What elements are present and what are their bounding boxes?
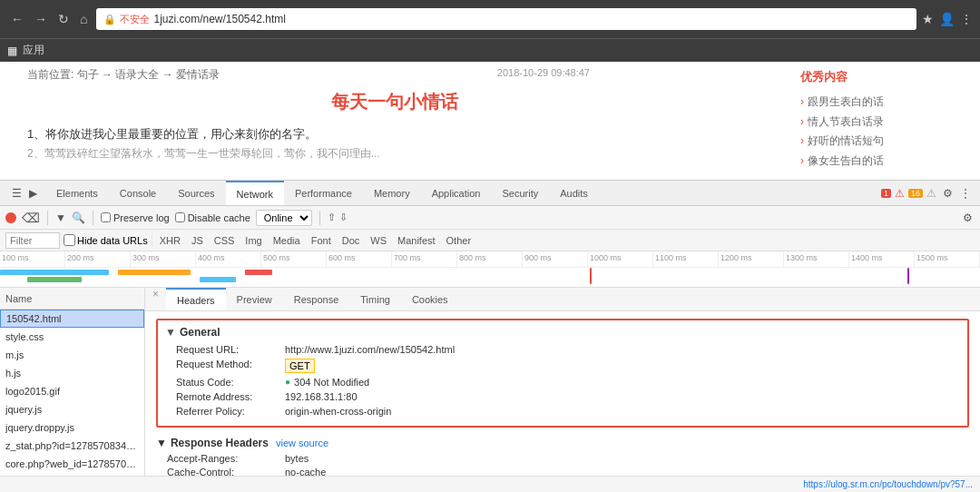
hide-data-urls-checkbox[interactable] — [64, 234, 75, 246]
remote-address-row: Remote Address: 192.168.31.1:80 — [165, 391, 960, 402]
file-item-0[interactable]: 150542.html — [0, 310, 144, 328]
sidebar-link-3[interactable]: 像女生告白的话 — [800, 152, 969, 172]
file-item-5[interactable]: jquery.js — [0, 400, 144, 418]
network-toolbar: ⌫ ▼ 🔍 Preserve log Disable cache Online … — [0, 206, 980, 230]
account-button[interactable]: 👤 — [939, 12, 955, 26]
file-item-1[interactable]: style.css — [0, 328, 144, 346]
hide-data-urls-label[interactable]: Hide data URLs — [64, 234, 148, 246]
devtools-tab-bar: ☰ ▶ Elements Console Sources Network Per… — [0, 181, 980, 206]
filter-manifest[interactable]: Manifest — [394, 234, 439, 247]
more-icon[interactable]: ⋮ — [958, 186, 973, 201]
file-item-2[interactable]: m.js — [0, 346, 144, 364]
request-url-value: http://www.1juzi.com/new/150542.html — [285, 344, 455, 355]
detail-tab-response[interactable]: Response — [283, 288, 350, 310]
timestamp: 2018-10-29 09:48:47 — [497, 67, 590, 78]
timeline: 100 ms 200 ms 300 ms 400 ms 500 ms 600 m… — [0, 251, 980, 288]
home-button[interactable]: ⌂ — [76, 10, 91, 28]
timeline-bar-1 — [0, 270, 109, 275]
referrer-policy-label: Referrer Policy: — [176, 406, 285, 417]
tab-memory[interactable]: Memory — [363, 181, 421, 205]
tab-elements[interactable]: Elements — [45, 181, 109, 205]
timeline-bar-3 — [118, 270, 191, 275]
file-item-3[interactable]: h.js — [0, 364, 144, 382]
detail-tab-headers[interactable]: Headers — [166, 288, 226, 310]
separator-3 — [319, 211, 320, 225]
mark-200: 200 ms — [65, 251, 131, 267]
filter-sep — [152, 234, 152, 247]
timeline-bar-4 — [200, 277, 236, 282]
filter-input[interactable] — [5, 232, 60, 249]
nav-buttons: ← → ↻ ⌂ — [7, 10, 91, 28]
response-headers-section: ▼ Response Headers view source Accept-Ra… — [156, 437, 969, 476]
back-button[interactable]: ← — [7, 10, 27, 28]
menu-button[interactable]: ⋮ — [960, 12, 973, 26]
sidebar-link-0[interactable]: 跟男生表白的话 — [800, 93, 969, 113]
detail-panel: × Headers Preview Response Timing Cookie… — [145, 288, 980, 476]
mark-300: 300 ms — [131, 251, 196, 267]
preserve-log-checkbox[interactable] — [101, 212, 111, 222]
forward-button[interactable]: → — [31, 10, 51, 28]
network-settings-icon[interactable]: ⚙ — [960, 211, 975, 225]
warning-icon: ⚠ — [926, 187, 936, 200]
response-headers-label: ▼ Response Headers view source — [156, 437, 969, 449]
tab-console[interactable]: Console — [109, 181, 167, 205]
resp-row-1: Cache-Control: no-cache — [156, 467, 969, 476]
bookmarks-bar: ▦ 应用 — [0, 38, 980, 62]
detail-tab-preview[interactable]: Preview — [226, 288, 283, 310]
disable-cache-checkbox[interactable] — [175, 212, 185, 222]
sidebar-link-1[interactable]: 情人节表白话录 — [800, 113, 969, 133]
sidebar-link-2[interactable]: 好听的情话短句 — [800, 132, 969, 152]
view-source-link[interactable]: view source — [276, 438, 328, 448]
warning-badge: 16 — [908, 189, 923, 198]
grid-icon: ▦ — [7, 44, 17, 57]
file-item-4[interactable]: logo2015.gif — [0, 382, 144, 400]
tab-application[interactable]: Application — [421, 181, 492, 205]
devtools-toggle-icon[interactable]: ☰ — [9, 186, 24, 201]
filter-css[interactable]: CSS — [211, 234, 239, 247]
disable-cache-label[interactable]: Disable cache — [175, 212, 250, 223]
tab-sources[interactable]: Sources — [167, 181, 225, 205]
general-box: ▼ General Request URL: http://www.1juzi.… — [156, 319, 969, 428]
timeline-marker-2 — [907, 268, 909, 284]
detail-tab-timing[interactable]: Timing — [349, 288, 401, 310]
bookmark-apps[interactable]: 应用 — [23, 43, 44, 58]
accept-ranges-value: bytes — [285, 453, 309, 464]
tab-audits[interactable]: Audits — [549, 181, 599, 205]
address-bar[interactable]: 🔒 不安全 1juzi.com/new/150542.html — [96, 8, 916, 30]
filter-media[interactable]: Media — [270, 234, 304, 247]
clear-button[interactable]: ⌫ — [22, 211, 40, 225]
filter-doc[interactable]: Doc — [338, 234, 364, 247]
inspect-icon[interactable]: ▶ — [25, 186, 40, 201]
online-dropdown[interactable]: Online — [256, 210, 312, 226]
detail-tab-cookies[interactable]: Cookies — [401, 288, 459, 310]
filter-ws[interactable]: WS — [367, 234, 390, 247]
detail-close-button[interactable]: × — [145, 288, 166, 310]
file-item-7[interactable]: z_stat.php?id=1278570834&... — [0, 437, 144, 455]
settings-icon[interactable]: ⚙ — [940, 186, 955, 201]
content-line2: 2、莺莺跌碎红尘望落秋水，莺莺一生一世荣辱轮回，莺你，我不问理由... — [27, 144, 762, 164]
status-code-value: 304 Not Modified — [294, 377, 369, 388]
filter-js[interactable]: JS — [188, 234, 207, 247]
request-url-label: Request URL: — [176, 344, 285, 355]
tab-network[interactable]: Network — [226, 181, 284, 205]
address-text: 1juzi.com/new/150542.html — [153, 13, 285, 25]
filter-other[interactable]: Other — [443, 234, 475, 247]
file-item-8[interactable]: core.php?web_id=127857083... — [0, 455, 144, 473]
record-button[interactable] — [5, 212, 16, 223]
lock-icon: 🔒 — [103, 14, 116, 25]
timeline-bars — [0, 268, 980, 288]
general-section-header[interactable]: ▼ General — [165, 326, 960, 339]
mark-400: 400 ms — [196, 251, 261, 267]
star-button[interactable]: ★ — [922, 12, 934, 26]
status-bar: https://ulog.sr.m.cn/pc/touchdown/pv?57.… — [0, 476, 980, 492]
tab-security[interactable]: Security — [491, 181, 549, 205]
breadcrumb: 当前位置: 句子 → 语录大全 → 爱情话录 — [27, 67, 762, 83]
filter-img[interactable]: Img — [241, 234, 265, 247]
filter-font[interactable]: Font — [308, 234, 335, 247]
filter-xhr[interactable]: XHR — [156, 234, 184, 247]
reload-button[interactable]: ↻ — [54, 10, 73, 28]
file-item-6[interactable]: jquery.droppy.js — [0, 418, 144, 437]
tab-performance[interactable]: Performance — [284, 181, 363, 205]
preserve-log-label[interactable]: Preserve log — [101, 212, 170, 223]
mark-900: 900 ms — [523, 251, 588, 267]
